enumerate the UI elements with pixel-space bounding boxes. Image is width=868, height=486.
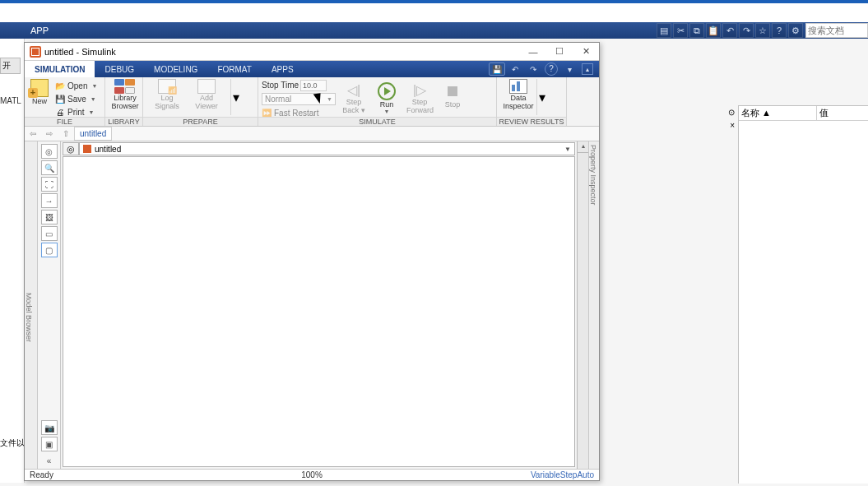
qa-help-icon[interactable]: ? <box>772 23 787 38</box>
run-button[interactable]: Run ▼ <box>374 82 400 114</box>
model-icon <box>83 145 91 153</box>
tab-apps[interactable]: APPS <box>262 61 304 77</box>
print-icon: 🖨 <box>54 106 66 118</box>
model-address-text: untitled <box>95 145 121 154</box>
app-bar-label: APP <box>30 25 49 35</box>
simulink-titlebar[interactable]: untitled - Simulink — ☐ ✕ <box>25 43 599 61</box>
model-browser-collapsed[interactable]: Model Browser <box>25 141 38 469</box>
step-forward-button[interactable]: |▷ Step Forward <box>406 82 433 114</box>
quick-save-icon[interactable]: 💾 <box>489 62 505 76</box>
status-ready: Ready <box>25 470 53 479</box>
simulate-section-label: SIMULATE <box>258 117 496 126</box>
stop-button[interactable]: Stop <box>439 82 466 109</box>
qa-icon-1[interactable]: ▤ <box>657 23 671 38</box>
breadcrumb-item[interactable]: untitled <box>74 127 112 141</box>
viewer-label2: Viewer <box>191 102 222 110</box>
ribbon-collapse-icon[interactable]: ▴ <box>579 62 596 76</box>
tab-debug[interactable]: DEBUG <box>95 61 144 77</box>
simulation-mode-select[interactable]: Normal ▼ <box>262 93 336 105</box>
nav-up-icon[interactable]: ⇧ <box>58 129 74 138</box>
review-expand-icon[interactable]: ▾ <box>536 79 546 115</box>
model-address-bar[interactable]: untitled ▼ <box>79 142 575 155</box>
step-fwd-label1: Step <box>406 98 433 106</box>
window-close-button[interactable]: ✕ <box>573 43 599 61</box>
quick-redo-icon[interactable]: ↷ <box>525 62 541 76</box>
palette-zoom-icon[interactable]: 🔍 <box>41 160 58 175</box>
step-back-button[interactable]: ◁| Step Back ▾ <box>341 82 367 114</box>
palette-rect-icon[interactable]: ▢ <box>41 243 58 257</box>
qa-gear-icon[interactable]: ⚙ <box>788 23 803 38</box>
open-dropdown-icon[interactable]: ▼ <box>89 83 97 89</box>
palette-box-icon[interactable]: ▭ <box>41 226 58 241</box>
qa-copy-icon[interactable]: ⧉ <box>689 23 704 38</box>
workspace-col-name[interactable]: 名称 ▲ <box>739 106 817 120</box>
log-signals-button[interactable]: 📶 Log Signals <box>151 79 183 115</box>
palette-camera-icon[interactable]: 📷 <box>41 420 58 435</box>
address-dropdown-icon[interactable]: ▼ <box>564 146 571 153</box>
prepare-expand-icon[interactable]: ▾ <box>230 79 240 115</box>
file-section-label: FILE <box>25 117 104 126</box>
save-button[interactable]: 💾 Save ▼ <box>54 92 97 105</box>
panel-minimize-icon[interactable]: ⊙ <box>722 108 736 118</box>
step-forward-icon: |▷ <box>413 82 426 98</box>
window-minimize-button[interactable]: — <box>520 43 546 61</box>
scrollbar-up-icon[interactable]: ▴ <box>578 141 588 153</box>
matlab-left-tab[interactable]: 开 <box>0 58 21 74</box>
nav-back-icon[interactable]: ⇦ <box>25 129 41 138</box>
workspace-panel: 名称 ▲ 值 <box>738 105 868 484</box>
qa-redo-icon[interactable]: ↷ <box>739 23 754 38</box>
palette-arrow-icon[interactable]: → <box>41 193 58 208</box>
qa-cut-icon[interactable]: ✂ <box>673 23 688 38</box>
panel-close-icon[interactable]: × <box>722 121 736 131</box>
palette-collapse-icon[interactable]: « <box>41 453 58 468</box>
help-dropdown-icon[interactable]: ▾ <box>561 62 578 76</box>
nav-forward-icon[interactable]: ⇨ <box>41 129 58 138</box>
data-inspector-button[interactable]: Data Inspector <box>500 79 536 115</box>
palette-doc-icon[interactable]: ▣ <box>41 437 58 451</box>
status-zoom[interactable]: 100% <box>301 470 323 479</box>
add-viewer-button[interactable]: Add Viewer <box>191 79 222 115</box>
quick-undo-icon[interactable]: ↶ <box>507 62 523 76</box>
qa-fav-icon[interactable]: ☆ <box>755 23 770 38</box>
save-dropdown-icon[interactable]: ▼ <box>88 96 96 102</box>
workspace-header: 名称 ▲ 值 <box>739 106 868 121</box>
workspace-col-value[interactable]: 值 <box>817 106 868 120</box>
data-insp-label2: Inspector <box>500 102 536 110</box>
open-button[interactable]: 📂 Open ▼ <box>54 79 97 92</box>
qa-undo-icon[interactable]: ↶ <box>722 23 737 38</box>
quick-help-icon[interactable]: ? <box>543 62 559 76</box>
window-maximize-button[interactable]: ☐ <box>546 43 573 61</box>
library-label1: Library <box>109 94 142 102</box>
tab-format[interactable]: FORMAT <box>207 61 261 77</box>
palette-image-icon[interactable]: 🖼 <box>41 210 58 224</box>
section-simulate: Stop Time Normal ▼ ⏩ Fast Restart ◁| <box>258 77 497 126</box>
property-inspector-collapsed[interactable]: Property Inspector <box>588 141 599 469</box>
palette-fit-icon[interactable]: ⛶ <box>41 177 58 192</box>
palette-target-icon[interactable]: ◎ <box>41 144 58 159</box>
review-section-label: REVIEW RESULTS <box>497 117 566 126</box>
status-solver[interactable]: VariableStepAuto <box>531 470 599 479</box>
log-signals-icon: 📶 <box>158 79 176 94</box>
fast-restart-icon: ⏩ <box>262 109 272 117</box>
mode-value: Normal <box>265 95 291 104</box>
new-model-button[interactable]: New <box>28 79 51 118</box>
locate-in-browser-icon[interactable]: ◎ <box>63 142 79 155</box>
canvas-wrap: ◎ untitled ▼ <box>61 141 577 469</box>
ribbon-tabstrip: SIMULATION DEBUG MODELING FORMAT APPS 💾 … <box>25 61 599 77</box>
folder-open-icon: 📂 <box>54 80 66 91</box>
doc-search-input[interactable] <box>805 23 868 38</box>
save-icon: 💾 <box>54 93 66 104</box>
print-dropdown-icon[interactable]: ▼ <box>86 109 95 115</box>
model-canvas[interactable] <box>63 156 575 467</box>
tab-modeling[interactable]: MODELING <box>144 61 207 77</box>
stop-time-input[interactable] <box>300 80 327 91</box>
library-browser-button[interactable]: Library Browser <box>109 79 142 110</box>
canvas-scrollbar[interactable]: ▴ <box>577 141 588 469</box>
simulink-window: untitled - Simulink — ☐ ✕ SIMULATION DEB… <box>24 42 600 481</box>
qa-paste-icon[interactable]: 📋 <box>706 23 721 38</box>
stop-time-label: Stop Time <box>262 81 299 90</box>
log-label2: Signals <box>151 102 183 110</box>
tab-simulation[interactable]: SIMULATION <box>25 61 95 77</box>
log-label1: Log <box>151 94 183 102</box>
run-dropdown-icon[interactable]: ▼ <box>374 109 400 114</box>
